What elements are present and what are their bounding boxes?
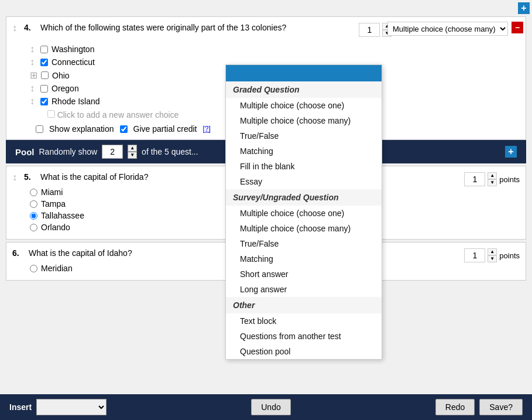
dropdown-item-survey-mc-many[interactable]: Multiple choice (choose many) xyxy=(226,221,382,236)
q4-type-select[interactable]: Multiple choice (choose many) Multiple c… xyxy=(387,22,508,36)
q4-label-connecticut: Connecticut xyxy=(52,57,95,67)
q5-radio-miami[interactable] xyxy=(30,189,37,196)
dropdown-item-mc-one[interactable]: Multiple choice (choose one) xyxy=(226,98,382,113)
dropdown-item-matching[interactable]: Matching xyxy=(226,144,382,159)
q5-label-tallahassee: Tallahassee xyxy=(41,211,84,220)
insert-label: Insert xyxy=(9,402,32,412)
q5-label-miami: Miami xyxy=(41,187,63,197)
q4-checkbox-rhodeisland[interactable] xyxy=(40,98,48,105)
q6-points-control: ▲ ▼ points xyxy=(464,248,520,262)
question-type-dropdown: Graded Question Multiple choice (choose … xyxy=(225,64,382,360)
q4-expand-icon[interactable]: ⊞ xyxy=(24,70,37,81)
top-add-button[interactable]: + xyxy=(518,2,530,14)
pool-count-down[interactable]: ▼ xyxy=(128,152,137,159)
undo-button[interactable]: Undo xyxy=(251,399,290,415)
q4-ans-drag-2[interactable]: ↕ xyxy=(24,57,37,67)
dropdown-item-mc-many[interactable]: Multiple choice (choose many) xyxy=(226,113,382,128)
q6-label-meridian: Meridian xyxy=(41,264,73,273)
dropdown-header xyxy=(226,65,382,81)
dropdown-item-question-pool[interactable]: Question pool xyxy=(226,344,382,359)
dropdown-section-graded: Graded Question xyxy=(226,81,382,98)
dropdown-section-survey: Survey/Ungraded Question xyxy=(226,189,382,206)
pool-randomly-show: Randomly show xyxy=(39,147,98,156)
q4-add-text: Click to add a new answer choice xyxy=(57,110,179,119)
q5-number: 5. xyxy=(24,172,36,182)
q6-points-down[interactable]: ▼ xyxy=(488,255,497,262)
q4-show-explanation-label: Show explanation xyxy=(49,124,114,134)
q4-type-selector: Multiple choice (choose many) Multiple c… xyxy=(387,22,508,36)
q5-drag-handle[interactable]: ↕ xyxy=(12,172,19,183)
q4-partial-credit-checkbox[interactable] xyxy=(120,125,128,133)
q5-points-control: ▲ ▼ points xyxy=(464,172,520,186)
q4-delete-button[interactable]: − xyxy=(512,22,523,33)
main-container: + ↕ 4. Which of the following states wer… xyxy=(0,0,532,420)
dropdown-item-short-answer[interactable]: Short answer xyxy=(226,267,382,282)
q5-label-orlando: Orlando xyxy=(41,223,70,232)
q5-points-spinner: ▲ ▼ xyxy=(488,172,497,186)
q4-partial-credit-label: Give partial credit xyxy=(133,124,197,134)
dropdown-item-truefalse[interactable]: True/False xyxy=(226,128,382,144)
q6-points-label: points xyxy=(499,251,520,260)
q4-label-washington: Washington xyxy=(52,45,94,54)
q5-label-tampa: Tampa xyxy=(41,199,66,209)
q4-label-rhodeisland: Rhode Island xyxy=(52,97,100,106)
q4-show-explanation-checkbox[interactable] xyxy=(36,125,43,133)
q6-text: What is the capital of Idaho? xyxy=(29,248,132,258)
q6-points-up[interactable]: ▲ xyxy=(488,248,497,255)
pool-count-up[interactable]: ▲ xyxy=(128,145,137,152)
q5-points-up[interactable]: ▲ xyxy=(488,172,497,179)
dropdown-item-survey-mc-one[interactable]: Multiple choice (choose one) xyxy=(226,206,382,221)
dropdown-item-essay[interactable]: Essay xyxy=(226,174,382,189)
bottom-bar: Insert Undo Redo Save? xyxy=(0,394,532,420)
q5-radio-orlando[interactable] xyxy=(30,224,37,231)
redo-button[interactable]: Redo xyxy=(435,399,475,415)
pool-add-button[interactable]: + xyxy=(505,146,517,158)
pool-spinner: ▲ ▼ xyxy=(128,145,137,159)
q4-text: Which of the following states were origi… xyxy=(40,23,354,32)
dropdown-item-survey-truefalse[interactable]: True/False xyxy=(226,236,382,251)
q5-radio-tallahassee[interactable] xyxy=(30,212,37,220)
q4-checkbox-connecticut[interactable] xyxy=(40,59,48,66)
pool-of-text: of the 5 quest... xyxy=(142,147,198,156)
q4-checkbox-washington[interactable] xyxy=(40,46,48,53)
pool-count-input[interactable] xyxy=(102,145,123,159)
q5-points-input[interactable] xyxy=(464,172,485,186)
q4-label-oregon: Oregon xyxy=(52,84,79,93)
q5-points-down[interactable]: ▼ xyxy=(488,179,497,186)
q4-ans-drag-5[interactable]: ↕ xyxy=(24,96,37,107)
dropdown-item-text-block[interactable]: Text block xyxy=(226,313,382,329)
q4-number: 4. xyxy=(24,23,36,32)
q6-radio-meridian[interactable] xyxy=(30,265,37,272)
insert-select[interactable] xyxy=(36,399,107,415)
q4-ans-drag-4[interactable]: ↕ xyxy=(24,83,37,94)
pool-label: Pool xyxy=(15,147,35,157)
q5-text: What is the capital of Florida? xyxy=(40,172,148,182)
q4-add-checkbox xyxy=(47,110,55,118)
dropdown-section-other: Other xyxy=(226,297,382,313)
q4-checkbox-oregon[interactable] xyxy=(40,85,48,93)
q4-answer-washington: ↕ Washington xyxy=(12,43,520,56)
q6-points-input[interactable] xyxy=(464,248,485,262)
q4-points-input[interactable] xyxy=(359,23,380,37)
dropdown-item-long-answer[interactable]: Long answer xyxy=(226,282,382,297)
q4-ans-drag-1[interactable]: ↕ xyxy=(24,44,37,54)
dropdown-item-survey-matching[interactable]: Matching xyxy=(226,251,382,267)
q6-number: 6. xyxy=(12,248,24,258)
q6-points-spinner: ▲ ▼ xyxy=(488,248,497,262)
q4-help-link[interactable]: [?] xyxy=(202,125,210,133)
dropdown-item-questions-from-test[interactable]: Questions from another test xyxy=(226,329,382,344)
save-button[interactable]: Save? xyxy=(479,399,523,415)
q4-label-ohio: Ohio xyxy=(52,71,70,80)
q4-checkbox-ohio[interactable] xyxy=(41,71,49,79)
q5-radio-tampa[interactable] xyxy=(30,200,37,208)
dropdown-item-fillinblank[interactable]: Fill in the blank xyxy=(226,159,382,174)
q5-points-label: points xyxy=(499,175,520,184)
q4-drag-handle[interactable]: ↕ xyxy=(12,23,19,33)
